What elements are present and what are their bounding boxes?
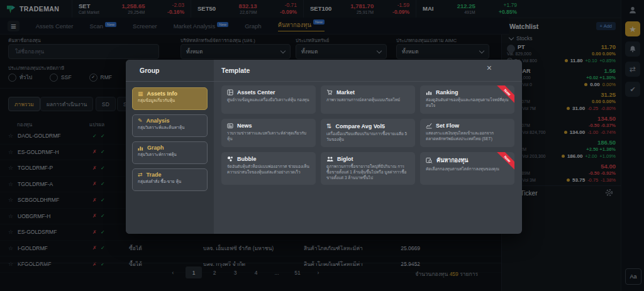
group-desc: กลุ่มวิเคราะห์และค้นหาหุ้น <box>138 125 202 130</box>
group-list: ▦ Assets Info กลุ่มข้อมูลเกี่ยวกับหุ้น ✎… <box>132 87 208 191</box>
card-set-flow[interactable]: Set Flow แสดงกระแสเงินทุนไหลเข้าและออกจา… <box>420 119 514 147</box>
new-ribbon-label: New <box>494 85 514 106</box>
group-desc: กลุ่มวิเคราะห์กราฟหุ้น <box>138 152 202 157</box>
template-title: Template <box>221 67 250 74</box>
card-ranking[interactable]: Ranking ส่องดูอันดับค่าของหุ้นและกองทุนต… <box>420 85 514 114</box>
group-desc: กลุ่มส่งคำสั่ง ซื้อ-ขาย หุ้น <box>138 179 202 184</box>
template-picker-modal: Group Template × ▦ Assets Info กลุ่มข้อม… <box>126 60 522 234</box>
new-ribbon: New <box>493 152 514 173</box>
group-desc: กลุ่มข้อมูลเกี่ยวกับหุ้น <box>138 98 202 103</box>
group-item-analysis[interactable]: ✎ Analysis กลุ่มวิเคราะห์และค้นหาหุ้น <box>132 114 208 137</box>
card-fund-search[interactable]: ค้นหากองทุน คัดเลือกกองทุนตามสไตล์การลงท… <box>420 152 514 185</box>
template-cards: Assets Center ศูนย์รวมข้อมูลและเครื่องมื… <box>221 85 516 185</box>
card-title: Ranking <box>436 89 458 96</box>
card-title: Market <box>336 89 355 96</box>
card-desc: เครื่องมือเปรียบเทียบปริมาณการซื้อขายเฉล… <box>326 131 409 143</box>
analysis-pencil-icon: ✎ <box>138 118 143 124</box>
compare-arrows-icon: ⇅ <box>326 123 331 129</box>
card-title: Bubble <box>237 156 257 162</box>
bar-chart-icon <box>138 145 143 151</box>
modal-header-divider <box>126 81 522 82</box>
card-title: Assets Center <box>237 89 275 96</box>
card-title: Compare Avg Vol5 <box>335 123 385 129</box>
card-desc: แสดงกระแสเงินทุนไหลเข้าและออกจากตลาดหลัก… <box>426 131 509 142</box>
fund-search-icon <box>426 157 433 164</box>
card-desc: จัดอันดับหุ้นตัวท็อปแบบฟองอากาศ ช่วยมองเ… <box>227 164 310 175</box>
card-title: Set Flow <box>436 123 459 129</box>
card-biglot[interactable]: Biglot ดูภาพรวมการซื้อขายรายใหญ่ที่มีปริ… <box>321 152 415 185</box>
card-desc: ภาพรวมสถานการณ์ตลาดหุ้นแบบเรียลไทม์ <box>326 97 409 103</box>
card-title: ค้นหากองทุน <box>436 156 469 165</box>
news-icon <box>227 123 233 129</box>
card-news[interactable]: News รวบรวมข่าวสารและบทวิเคราะห์ล่าสุดเก… <box>221 119 316 147</box>
bubble-icon <box>227 156 233 162</box>
people-icon <box>326 156 333 162</box>
card-desc: รวบรวมข่าวสารและบทวิเคราะห์ล่าสุดเกี่ยวก… <box>227 131 310 142</box>
group-item-trade[interactable]: ⇄ Trade กลุ่มส่งคำสั่ง ซื้อ-ขาย หุ้น <box>132 168 208 191</box>
ranking-bars-icon <box>426 89 432 96</box>
assets-center-icon <box>227 89 233 96</box>
card-desc: ศูนย์รวมข้อมูลและเครื่องมือวิเคราะห์หุ้น… <box>227 97 310 103</box>
group-item-graph[interactable]: Graph กลุ่มวิเคราะห์กราฟหุ้น <box>132 141 208 164</box>
trade-swap-icon: ⇄ <box>138 172 143 178</box>
group-name: Analysis <box>147 118 170 124</box>
card-bubble[interactable]: Bubble จัดอันดับหุ้นตัวท็อปแบบฟองอากาศ ช… <box>221 152 316 185</box>
new-ribbon-label: New <box>494 152 514 172</box>
card-assets-center[interactable]: Assets Center ศูนย์รวมข้อมูลและเครื่องมื… <box>221 85 316 114</box>
group-name: Assets Info <box>147 91 178 97</box>
new-ribbon: New <box>493 85 514 107</box>
group-name: Graph <box>147 145 164 151</box>
card-market[interactable]: Market ภาพรวมสถานการณ์ตลาดหุ้นแบบเรียลไท… <box>321 85 415 114</box>
flow-chart-icon <box>426 123 432 129</box>
group-name: Trade <box>147 172 162 178</box>
card-title: News <box>237 123 252 129</box>
card-title: Biglot <box>337 156 353 162</box>
group-title: Group <box>140 67 160 74</box>
cart-icon <box>326 89 333 96</box>
trademan-app: TRADEMAN SET Call Market 1,258.65 29,254… <box>0 0 644 291</box>
assets-info-icon: ▦ <box>138 91 143 97</box>
card-desc: ดูภาพรวมการซื้อขายรายใหญ่ที่มีปริมาณ การ… <box>326 164 409 181</box>
close-icon[interactable]: × <box>487 63 492 73</box>
card-compare-avg-vol5[interactable]: ⇅ Compare Avg Vol5 เครื่องมือเปรียบเทียบ… <box>321 119 415 147</box>
group-item-assets-info[interactable]: ▦ Assets Info กลุ่มข้อมูลเกี่ยวกับหุ้น <box>132 87 208 110</box>
